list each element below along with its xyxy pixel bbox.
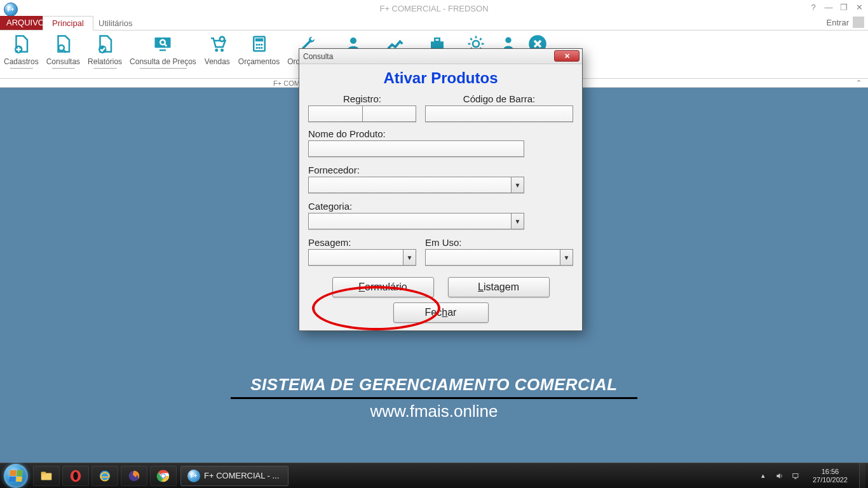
dialog-heading: Ativar Produtos bbox=[308, 65, 573, 93]
input-registro[interactable] bbox=[308, 105, 416, 122]
taskbar-chrome-icon[interactable] bbox=[150, 466, 177, 486]
svg-rect-33 bbox=[794, 478, 797, 478]
calculator-icon bbox=[248, 33, 270, 55]
select-pesagem[interactable]: ▼ bbox=[308, 249, 416, 266]
svg-point-13 bbox=[261, 44, 262, 46]
chevron-down-icon: ▼ bbox=[511, 177, 524, 193]
listagem-button[interactable]: Listagem bbox=[448, 277, 550, 297]
taskbar-firefox-icon[interactable] bbox=[121, 466, 147, 486]
svg-point-11 bbox=[255, 44, 257, 46]
app-icon: F+ bbox=[4, 3, 18, 17]
start-button[interactable] bbox=[4, 464, 28, 488]
ribbon-cadastros[interactable]: Cadastros ------------------ bbox=[0, 33, 43, 70]
avatar-icon[interactable] bbox=[853, 17, 864, 28]
close-icon[interactable]: ✕ bbox=[854, 3, 864, 12]
system-tray: ▴ 16:56 27/10/2022 bbox=[758, 463, 868, 489]
dialog-titlebar[interactable]: Consulta ✕ bbox=[299, 49, 582, 64]
dialog-consulta: Consulta ✕ Ativar Produtos Registro: Cód… bbox=[299, 48, 583, 331]
app-orb-icon: F+ bbox=[187, 470, 200, 482]
svg-point-12 bbox=[258, 44, 260, 46]
ribbon-relatorios[interactable]: Relatórios ------------------ bbox=[84, 33, 126, 70]
taskbar-ie-icon[interactable] bbox=[92, 466, 118, 486]
restore-icon[interactable]: ❐ bbox=[839, 3, 849, 12]
label-pesagem: Pesagem: bbox=[308, 237, 416, 248]
file-plus-icon bbox=[10, 33, 32, 55]
tab-utilitarios[interactable]: Utilitários bbox=[89, 16, 142, 30]
svg-point-21 bbox=[505, 37, 511, 43]
app-titlebar: F+ F+ COMERCIAL - FREDSON ? — ❐ ✕ ARQUIV… bbox=[0, 0, 868, 30]
svg-point-26 bbox=[73, 471, 78, 480]
tray-network-icon[interactable] bbox=[791, 471, 801, 481]
banner-title: SISTEMA DE GERENCIAMENTO COMERCIAL bbox=[231, 375, 637, 395]
svg-point-31 bbox=[161, 474, 165, 478]
select-fornecedor[interactable]: ▼ bbox=[308, 177, 524, 193]
app-title: F+ COMERCIAL - FREDSON bbox=[379, 4, 488, 13]
cart-icon bbox=[207, 33, 228, 55]
fechar-button[interactable]: Fechar bbox=[393, 302, 489, 323]
taskbar-explorer-icon[interactable] bbox=[33, 466, 60, 486]
taskbar: F+ F+ COMERCIAL - ... ▴ 16:56 27/10/2022 bbox=[0, 463, 868, 488]
help-icon[interactable]: ? bbox=[808, 3, 818, 12]
svg-point-16 bbox=[261, 47, 262, 49]
banner-url: www.fmais.online bbox=[231, 402, 637, 421]
select-em-uso[interactable]: ▼ bbox=[425, 249, 573, 266]
ribbon-consulta-precos[interactable]: Consulta de Preços ---------------------… bbox=[126, 33, 200, 70]
banner: SISTEMA DE GERENCIAMENTO COMERCIAL www.f… bbox=[231, 375, 637, 421]
svg-rect-24 bbox=[41, 471, 46, 474]
tab-principal[interactable]: Principal bbox=[43, 16, 93, 30]
svg-rect-32 bbox=[793, 473, 798, 477]
ribbon-vendas[interactable]: Vendas bbox=[200, 33, 234, 66]
dialog-title-text: Consulta bbox=[303, 52, 333, 61]
svg-point-6 bbox=[215, 49, 218, 52]
tray-chevron-up-icon[interactable]: ▴ bbox=[758, 471, 768, 481]
svg-point-17 bbox=[350, 37, 356, 44]
file-search-icon bbox=[52, 33, 74, 55]
monitor-search-icon bbox=[152, 33, 173, 55]
label-registro: Registro: bbox=[308, 93, 416, 104]
formulario-button[interactable]: Formulário bbox=[332, 277, 434, 297]
svg-point-7 bbox=[220, 49, 224, 52]
input-nome-produto[interactable] bbox=[308, 140, 524, 157]
tray-volume-icon[interactable] bbox=[775, 471, 785, 481]
chevron-down-icon: ▼ bbox=[403, 250, 416, 265]
svg-rect-4 bbox=[159, 50, 166, 51]
chevron-down-icon: ▼ bbox=[511, 214, 524, 229]
svg-point-14 bbox=[255, 47, 257, 49]
tray-date: 27/10/2022 bbox=[813, 476, 848, 484]
label-codigo-barra: Código de Barra: bbox=[425, 93, 573, 104]
show-desktop-button[interactable] bbox=[859, 463, 865, 489]
login-link[interactable]: Entrar bbox=[827, 18, 849, 27]
svg-rect-19 bbox=[435, 38, 440, 41]
minimize-icon[interactable]: — bbox=[824, 3, 834, 12]
svg-point-15 bbox=[258, 47, 260, 49]
input-codigo-barra[interactable] bbox=[425, 105, 573, 122]
taskbar-app-label: F+ COMERCIAL - ... bbox=[204, 471, 279, 480]
label-nome-produto: Nome do Produto: bbox=[308, 128, 573, 139]
banner-divider bbox=[231, 397, 637, 399]
tray-clock[interactable]: 16:56 27/10/2022 bbox=[808, 468, 853, 484]
dialog-close-button[interactable]: ✕ bbox=[554, 50, 580, 62]
chevron-down-icon: ▼ bbox=[560, 250, 573, 265]
svg-point-20 bbox=[473, 41, 479, 47]
label-categoria: Categoria: bbox=[308, 201, 573, 212]
svg-rect-10 bbox=[255, 38, 263, 41]
select-categoria[interactable]: ▼ bbox=[308, 213, 524, 229]
label-fornecedor: Fornecedor: bbox=[308, 165, 573, 175]
file-check-icon bbox=[94, 33, 116, 55]
ribbon-consultas[interactable]: Consultas ------------------ bbox=[43, 33, 84, 70]
ribbon-collapse-icon[interactable]: ⌃ bbox=[856, 79, 862, 87]
svg-point-1 bbox=[59, 45, 65, 51]
svg-rect-3 bbox=[155, 37, 171, 48]
taskbar-opera-icon[interactable] bbox=[62, 466, 89, 486]
ribbon-orcamentos[interactable]: Orçamentos bbox=[234, 33, 283, 66]
label-em-uso: Em Uso: bbox=[425, 237, 573, 248]
taskbar-app-button[interactable]: F+ F+ COMERCIAL - ... bbox=[180, 466, 288, 486]
tray-time: 16:56 bbox=[813, 468, 848, 476]
